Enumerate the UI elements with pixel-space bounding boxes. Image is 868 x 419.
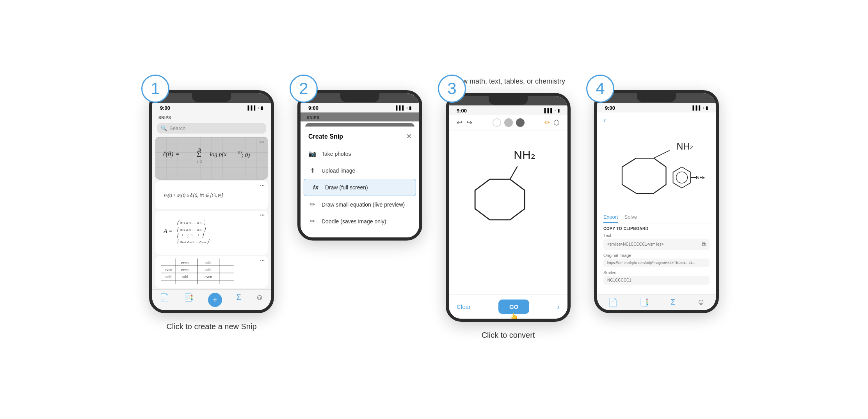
search-icon-1: 🔍 — [161, 125, 167, 131]
snip-1-menu[interactable]: ⋯ — [259, 139, 265, 145]
svg-text:i=1: i=1 — [197, 160, 202, 164]
nav-face-icon-4[interactable]: ☺ — [697, 298, 705, 307]
redo-icon[interactable]: ↪ — [466, 118, 472, 127]
draw-fullscreen-label: Draw (full screen) — [325, 184, 368, 191]
solve-tab[interactable]: Solve — [624, 214, 637, 223]
nav-pdf-icon[interactable]: 📑 — [184, 293, 194, 307]
drawing-bottom: Clear GO 👆 › — [449, 294, 567, 319]
modal-title-2: Create Snip ✕ — [301, 133, 419, 145]
step-3-caption: Click to convert — [482, 330, 535, 341]
back-button[interactable]: ‹ — [603, 116, 606, 125]
draw-small-item[interactable]: ✏ Draw small equation (live preview) — [301, 196, 419, 213]
phone-3: 9:00 ▌▌▌ ◦ ▮ ↩ ↪ ✏ ⬡ — [446, 93, 571, 322]
smiles-value[interactable]: NC1CCCCC1 — [603, 276, 710, 285]
results-header: ‹ — [597, 112, 716, 128]
main-container: 1 9:00 ▌▌▌ ◦ ▮ SNIPS 🔍 Search — [0, 63, 868, 356]
svg-text:⎛ a₁₁  a₁₂  …  a₁ₙ ⎞: ⎛ a₁₁ a₁₂ … a₁ₙ ⎞ — [177, 220, 206, 225]
copy-text-icon[interactable]: ⧉ — [702, 241, 706, 248]
take-photos-item[interactable]: 📷 Take photos — [301, 145, 419, 162]
step-3-number: 3 — [438, 75, 466, 103]
draw-small-icon: ✏ — [308, 201, 316, 208]
search-bar-1[interactable]: 🔍 Search — [157, 123, 266, 134]
next-button[interactable]: › — [557, 302, 560, 311]
snip-card-3[interactable]: ⋯ A = ⎛ a₁₁ a₁₂ … a₁ₙ ⎞ ⎜ a₂₁ a₂₂ … a₂ₙ … — [155, 211, 268, 255]
undo-icon[interactable]: ↩ — [457, 118, 462, 127]
copy-section: COPY TO CLIPBOARD Text <smiles>NC1CCCCC1… — [597, 223, 716, 291]
snip-card-4[interactable]: ⋯ even odd even even odd odd — [155, 256, 268, 288]
nav-sigma-icon-4[interactable]: Σ — [671, 298, 675, 307]
status-icons-1: ▌▌▌ ◦ ▮ — [248, 105, 263, 111]
bottom-nav-1: 📄 📑 + Σ ☺ — [152, 289, 271, 310]
step-4-container: 4 9:00 ▌▌▌ ◦ ▮ ‹ NH₂ — [594, 78, 719, 313]
snip-4-menu[interactable]: ⋯ — [260, 258, 265, 263]
status-bar-2: 9:00 ▌▌▌ ◦ ▮ — [301, 103, 419, 112]
time-3: 9:00 — [457, 108, 467, 114]
text-copy-row: Text <smiles>NC1CCCCC1</smiles> ⧉ — [603, 233, 710, 250]
step-1-container: 1 9:00 ▌▌▌ ◦ ▮ SNIPS 🔍 Search — [149, 78, 274, 332]
status-bar-4: 9:00 ▌▌▌ ◦ ▮ — [597, 103, 716, 112]
svg-text:⎜  ⋮     ⋮    ⋱   ⋮  ⎟: ⎜ ⋮ ⋮ ⋱ ⋮ ⎟ — [177, 233, 204, 238]
nav-sigma-icon[interactable]: Σ — [237, 293, 241, 307]
copy-title: COPY TO CLIPBOARD — [603, 226, 710, 231]
svg-text:sⁿᵢ(t) + sⁿⱼ(t) ≥ δᵢ(t),  ∀t ∈: sⁿᵢ(t) + sⁿⱼ(t) ≥ δᵢ(t), ∀t ∈ [t⁰ᵢ, tⁿⱼ] — [164, 193, 223, 198]
phone-4: 9:00 ▌▌▌ ◦ ▮ ‹ NH₂ — [594, 90, 719, 313]
upload-image-item[interactable]: ⬆ Upload image — [301, 162, 419, 179]
doodle-label: Doodle (saves image only) — [322, 218, 386, 225]
go-button[interactable]: GO — [498, 300, 529, 314]
color-dark[interactable] — [516, 118, 525, 127]
nav-doc-icon-4[interactable]: 📄 — [608, 298, 618, 307]
svg-text:odd: odd — [205, 267, 211, 272]
step-1-caption: Click to create a new Snip — [166, 321, 256, 332]
eraser-icon[interactable]: ⬡ — [553, 118, 560, 127]
draw-fullscreen-icon: fx — [312, 184, 320, 191]
draw-fullscreen-item[interactable]: fx Draw (full screen) — [304, 179, 416, 196]
snip-2-menu[interactable]: ⋯ — [260, 183, 265, 188]
original-image-label: Original Image — [603, 253, 710, 258]
smiles-row: Smiles NC1CCCCC1 — [603, 270, 710, 285]
doodle-icon: ✏ — [308, 218, 316, 225]
modal-close-button[interactable]: ✕ — [406, 133, 411, 140]
nav-pdf-icon-4[interactable]: 📑 — [639, 298, 649, 307]
color-white[interactable] — [493, 118, 501, 127]
export-tab[interactable]: Export — [603, 214, 618, 223]
time-4: 9:00 — [605, 105, 615, 111]
nav-face-icon[interactable]: ☺ — [256, 293, 263, 307]
drawing-toolbar: ↩ ↪ ✏ ⬡ — [449, 115, 567, 130]
phone-2: 9:00 ▌▌▌ ◦ ▮ SNIPS 🔍 Search — [297, 90, 422, 241]
svg-text:log p(x: log p(x — [210, 151, 226, 158]
svg-point-69 — [676, 172, 688, 184]
svg-text:⎝ aₘ₁  aₘ₂  …  aₘₙ ⎠: ⎝ aₘ₁ aₘ₂ … aₘₙ ⎠ — [177, 239, 210, 244]
original-image-row: Original Image https://cdn.mathpix.com/s… — [603, 253, 710, 267]
add-snip-button[interactable]: + — [208, 293, 222, 307]
svg-text:NH₂: NH₂ — [677, 141, 694, 152]
pen-icon[interactable]: ✏ — [544, 118, 550, 127]
smiles-label: Smiles — [603, 270, 710, 275]
draw-small-label: Draw small equation (live preview) — [322, 201, 405, 208]
snip-image-1: ℓ(θ) = n Σ i=1 log p(x (i) ; θ) ⋯ — [155, 137, 268, 180]
take-photos-label: Take photos — [322, 151, 351, 157]
step-4-number: 4 — [586, 75, 614, 103]
svg-text:Σ: Σ — [197, 150, 201, 159]
upload-image-label: Upload image — [322, 168, 355, 174]
color-gray[interactable] — [504, 118, 513, 127]
svg-text:even: even — [165, 267, 172, 272]
drawing-area[interactable]: NH₂ — [449, 130, 567, 294]
doodle-item[interactable]: ✏ Doodle (saves image only) — [301, 213, 419, 230]
text-copy-value[interactable]: <smiles>NC1CCCCC1</smiles> ⧉ — [603, 239, 710, 250]
svg-text:even: even — [205, 275, 212, 279]
svg-text:ℓ(θ) =: ℓ(θ) = — [163, 151, 180, 158]
clear-button[interactable]: Clear — [457, 303, 471, 310]
bottom-nav-4: 📄 📑 Σ ☺ — [597, 294, 716, 310]
svg-line-65 — [510, 166, 518, 179]
snips-header-2-bg: SNIPS — [301, 112, 419, 121]
color-palette — [493, 118, 525, 127]
status-bar-1: 9:00 ▌▌▌ ◦ ▮ — [152, 103, 271, 112]
svg-text:odd: odd — [205, 260, 211, 265]
phone-1: 9:00 ▌▌▌ ◦ ▮ SNIPS 🔍 Search — [149, 90, 274, 313]
snip-card-2[interactable]: ⋯ sⁿᵢ(t) + sⁿⱼ(t) ≥ δᵢ(t), ∀t ∈ [t⁰ᵢ, tⁿ… — [155, 181, 268, 209]
nav-doc-icon[interactable]: 📄 — [160, 293, 169, 307]
svg-line-67 — [654, 151, 670, 159]
snip-card-1[interactable]: ℓ(θ) = n Σ i=1 log p(x (i) ; θ) ⋯ — [155, 137, 268, 180]
original-image-value[interactable]: https://cdn.mathpix.com/snip/images/H6ZY… — [603, 259, 710, 267]
snip-3-menu[interactable]: ⋯ — [260, 212, 265, 218]
